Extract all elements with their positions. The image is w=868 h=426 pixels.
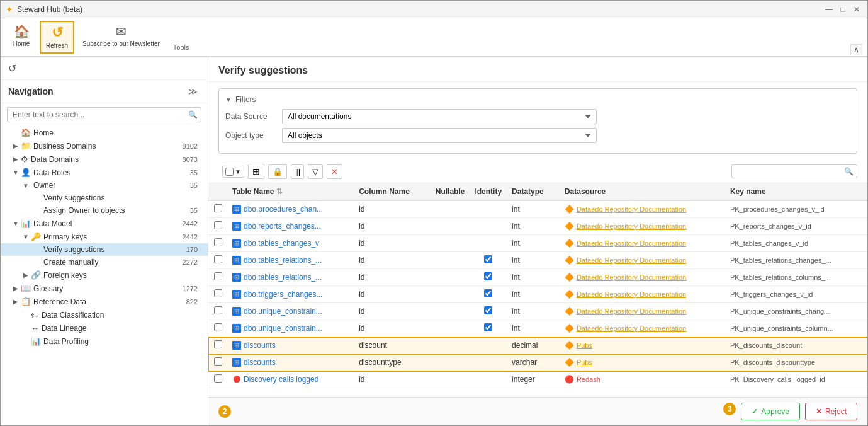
identity-checkbox[interactable]	[484, 306, 492, 314]
home-toolbar-button[interactable]: 🏠 Home	[6, 21, 37, 54]
sidebar-item-owner[interactable]: ▼ Owner 35	[1, 179, 208, 192]
row-checkbox[interactable]	[214, 374, 222, 383]
sidebar-item-create-manually[interactable]: Create manually 2272	[1, 256, 208, 268]
maximize-button[interactable]: □	[837, 4, 848, 15]
sidebar-item-primary-keys[interactable]: ▼ 🔑 Primary keys 2442	[1, 230, 208, 243]
refresh-toolbar-button[interactable]: ↺ Refresh	[40, 21, 74, 54]
table-name-link[interactable]: dbo.tables_relations_...	[244, 273, 322, 282]
sidebar-item-label: Create manually	[43, 258, 183, 267]
datasource-link[interactable]: Redash	[577, 376, 600, 383]
row-checkbox-cell	[208, 320, 227, 337]
table-name-link[interactable]: dbo.reports_changes...	[244, 222, 321, 231]
datasource-link[interactable]: Dataedo Repository Documentation	[577, 239, 686, 247]
table-name-link[interactable]: dbo.tables_changes_v	[244, 239, 319, 248]
sidebar-item-home[interactable]: 🏠 Home	[1, 126, 208, 139]
identity-checkbox[interactable]	[484, 323, 492, 331]
table-type-icon: ⊞	[232, 307, 241, 316]
datasource-link[interactable]: Dataedo Repository Documentation	[577, 308, 686, 315]
table-name-link[interactable]: dbo.unique_constrain...	[244, 324, 322, 333]
item-count: 8102	[183, 142, 198, 150]
table-name-cell: ⊞discounts	[227, 354, 354, 371]
identity-checkbox[interactable]	[484, 255, 492, 263]
key-name-cell: PK_Discovery_calls_logged_id	[725, 371, 867, 388]
col-datasource: Datasource	[560, 183, 725, 200]
datasource-link[interactable]: Dataedo Repository Documentation	[577, 291, 686, 298]
table-name-link[interactable]: dbo.unique_constrain...	[244, 307, 322, 316]
table-search-input[interactable]	[731, 164, 857, 178]
identity-checkbox[interactable]	[484, 272, 492, 280]
table-name-link[interactable]: discounts	[244, 358, 276, 367]
sidebar-item-business-domains[interactable]: ▶ 📁 Business Domains 8102	[1, 139, 208, 153]
filters-toggle-icon[interactable]: ▼	[225, 96, 232, 103]
table-type-icon: ⊞	[232, 290, 241, 299]
select-all-checkbox-area[interactable]: ▼	[222, 166, 244, 178]
datasource-filter-label: Data Source	[225, 112, 282, 121]
sidebar-refresh-button[interactable]: ↺	[6, 60, 19, 77]
column-name-cell: id	[354, 371, 431, 388]
datasource-link[interactable]: Dataedo Repository Documentation	[577, 325, 686, 332]
approve-button[interactable]: ✓ Approve	[741, 403, 800, 420]
sidebar-item-data-profiling[interactable]: 📊 Data Profiling	[1, 335, 208, 348]
column-chooser-button[interactable]: |||	[291, 164, 304, 179]
sidebar-search-input[interactable]	[7, 107, 201, 122]
datasource-link[interactable]: Dataedo Repository Documentation	[577, 222, 686, 230]
row-checkbox[interactable]	[214, 238, 222, 246]
key-name-cell: PK_tables_relations_changes_...	[725, 252, 867, 269]
lock-columns-button[interactable]: 🔒	[268, 164, 287, 179]
datasource-filter-select[interactable]: All documentations	[282, 109, 597, 124]
objecttype-filter-select[interactable]: All objects	[282, 128, 597, 143]
table-name-link[interactable]: dbo.tables_relations_...	[244, 256, 322, 265]
clear-filter-button[interactable]: ✕	[327, 164, 342, 179]
datasource-link[interactable]: Dataedo Repository Documentation	[577, 273, 686, 281]
sort-icon[interactable]: ⇅	[276, 187, 283, 196]
datasource-link[interactable]: Pubs	[577, 342, 592, 349]
table-name-link[interactable]: Discovery calls logged	[244, 375, 318, 384]
col-identity: Identity	[470, 183, 507, 200]
toolbar-collapse-button[interactable]: ∧	[850, 44, 862, 55]
sidebar-item-foreign-keys[interactable]: ▶ 🔗 Foreign keys	[1, 268, 208, 282]
toolbar-items: 🏠 Home ↺ Refresh ✉ Subscribe to our News…	[6, 21, 166, 54]
sidebar-item-assign-owner[interactable]: Assign Owner to objects 35	[1, 204, 208, 217]
row-checkbox[interactable]	[214, 255, 222, 263]
sidebar-item-data-classification[interactable]: 🏷 Data Classification	[1, 308, 208, 321]
sidebar-item-data-lineage[interactable]: ↔ Data Lineage	[1, 321, 208, 335]
minimize-button[interactable]: —	[823, 4, 835, 15]
datasource-link[interactable]: Dataedo Repository Documentation	[577, 256, 686, 264]
table-name-link[interactable]: dbo.triggers_changes...	[244, 290, 322, 299]
sidebar-item-data-domains[interactable]: ▶ ⚙ Data Domains 8073	[1, 153, 208, 166]
sidebar-item-verify-suggestions[interactable]: Verify suggestions 170	[1, 243, 208, 256]
sidebar-item-verify-owner[interactable]: Verify suggestions	[1, 192, 208, 204]
table-name-link[interactable]: discounts	[244, 341, 276, 350]
row-checkbox[interactable]	[214, 221, 222, 229]
datasource-link[interactable]: Dataedo Repository Documentation	[577, 205, 686, 213]
item-count: 35	[190, 207, 198, 214]
grid-view-button[interactable]: ⊞	[248, 164, 264, 179]
lineage-icon: ↔	[31, 323, 39, 333]
select-all-checkbox[interactable]	[225, 168, 234, 176]
datasource-link[interactable]: Pubs	[577, 359, 592, 366]
datatype-cell: int	[507, 303, 560, 320]
reject-label: Reject	[825, 407, 847, 416]
column-name-cell: id	[354, 286, 431, 303]
row-checkbox[interactable]	[214, 340, 222, 348]
row-checkbox[interactable]	[214, 289, 222, 297]
row-checkbox[interactable]	[214, 272, 222, 280]
reject-button[interactable]: ✕ Reject	[805, 403, 857, 420]
select-dropdown-arrow[interactable]: ▼	[235, 168, 241, 175]
row-checkbox[interactable]	[214, 306, 222, 314]
table-name-cell: ⊞dbo.reports_changes...	[227, 218, 354, 235]
row-checkbox[interactable]	[214, 323, 222, 331]
sidebar-item-data-roles[interactable]: ▼ 👤 Data Roles 35	[1, 166, 208, 179]
table-name-link[interactable]: dbo.procedures_chan...	[244, 205, 323, 214]
filter-button[interactable]: ▽	[308, 164, 323, 179]
sidebar-item-data-model[interactable]: ▼ 📊 Data Model 2442	[1, 217, 208, 230]
sidebar-collapse-button[interactable]: ≫	[186, 85, 200, 98]
sidebar-item-reference-data[interactable]: ▶ 📋 Reference Data 822	[1, 295, 208, 308]
identity-checkbox[interactable]	[484, 289, 492, 297]
row-checkbox[interactable]	[214, 357, 222, 366]
close-button[interactable]: ✕	[851, 4, 862, 15]
sidebar-title: Navigation	[8, 86, 54, 96]
row-checkbox[interactable]	[214, 204, 222, 212]
subscribe-toolbar-button[interactable]: ✉ Subscribe to our Newsletter	[77, 21, 166, 54]
sidebar-item-glossary[interactable]: ▶ 📖 Glossary 1272	[1, 282, 208, 295]
